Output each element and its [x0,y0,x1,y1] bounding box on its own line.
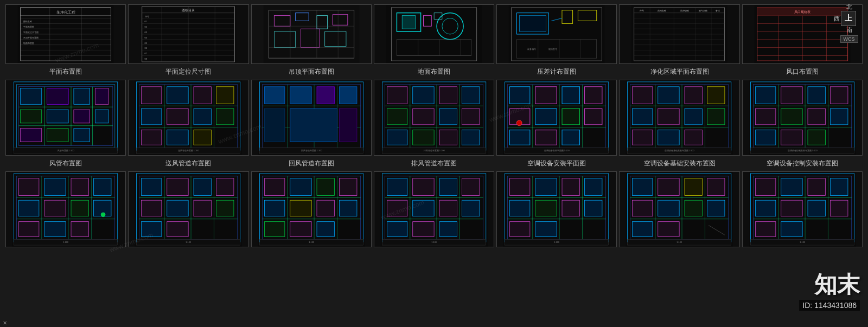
svg-text:1:100: 1:100 [800,241,806,243]
svg-text:设备编号: 设备编号 [527,48,536,50]
svg-rect-315 [317,178,335,196]
svg-rect-295 [194,178,212,196]
svg-rect-360 [535,200,557,216]
label-r1-1: 平面布置图 [5,66,126,78]
svg-rect-380 [658,200,679,216]
svg-rect-253 [830,87,848,104]
top-thumb-4[interactable] [374,4,494,64]
logo-text: 知末 [814,270,860,300]
svg-text:1:100: 1:100 [554,241,560,243]
svg-rect-297 [142,200,162,216]
svg-rect-212 [535,108,557,125]
compass-up-label: 上 [845,14,852,23]
svg-rect-153 [194,108,212,125]
svg-text:洁净级别: 洁净级别 [680,9,689,12]
svg-rect-233 [633,108,653,125]
top-thumb-6[interactable]: 序号 房间名称 洁净级别 换气次数 备注 [619,4,739,64]
label-r1-4: 地面布置图 [374,66,494,78]
svg-rect-135 [47,129,68,142]
svg-text:1:100: 1:100 [309,241,315,243]
svg-rect-293 [142,178,162,196]
label-r2-7: 空调设备控制安装布置图 [742,158,863,169]
svg-text:吊顶平面布置图: 吊顶平面布置图 [23,36,39,39]
svg-rect-216 [535,130,557,145]
top-thumb-2[interactable]: 图纸目录 序号 01 02 03 04 05 06 07 08 [128,4,248,64]
svg-rect-279 [18,222,39,237]
top-thumb-1[interactable]: 某净化工程 图纸名称 平面布置图 平面定位尺寸图 吊顶平面布置图 地 [5,4,126,64]
svg-rect-152 [167,108,188,125]
svg-text:1:100: 1:100 [186,241,192,243]
compass-west: 西 [834,15,840,23]
top-thumbnail-row: 某净化工程 图纸名称 平面布置图 平面定位尺寸图 吊顶平面布置图 地 [5,4,863,64]
logo-overlay: 知末 ID: 1143431086 [799,270,860,311]
bot-thumb-7[interactable]: 1:100 [742,171,863,247]
mid-thumb-2[interactable]: 送风管道布置图 1:100 [128,80,248,156]
svg-rect-62 [402,16,416,29]
svg-rect-344 [439,222,457,237]
svg-text:08: 08 [145,57,147,60]
mid-thumb-4[interactable]: 排风管道布置图 1:100 [374,80,494,156]
label-r1-7: 风口布置图 [742,66,863,78]
svg-text:空调设备安装平面图 1:100: 空调设备安装平面图 1:100 [544,149,570,152]
mid-thumb-5[interactable]: 空调设备安装平面图 1:100 [496,80,617,156]
svg-rect-362 [585,200,603,216]
svg-rect-383 [633,222,653,237]
svg-rect-378 [707,178,725,196]
svg-rect-277 [71,200,89,216]
svg-rect-337 [462,178,480,196]
close-button[interactable]: ✕ [3,320,7,326]
svg-rect-357 [562,178,580,196]
svg-rect-234 [658,108,679,125]
svg-rect-302 [167,222,188,237]
mid-thumb-7[interactable]: 空调设备控制安装布置图 1:100 [742,80,863,156]
svg-rect-255 [781,108,802,125]
svg-rect-355 [510,178,530,196]
svg-rect-188 [462,87,480,104]
label-r2-4: 排风管道布置图 [374,158,494,169]
mid-thumb-1[interactable]: 风管布置图 1:100 [5,80,126,156]
bot-thumb-1[interactable]: 1:100 [5,171,126,247]
svg-rect-193 [387,130,407,145]
bot-thumbnail-row: 1:100 [5,171,863,247]
svg-text:06: 06 [145,47,147,49]
svg-text:07: 07 [145,52,147,55]
top-thumb-5[interactable]: 设备编号 规格型号 [496,4,617,64]
svg-rect-358 [585,178,603,196]
svg-rect-401 [781,200,802,216]
mid-thumb-3[interactable]: 回风管道布置图 1:100 [251,80,372,156]
label-r2-2: 送风管道布置图 [128,158,248,169]
svg-rect-127 [47,88,68,105]
svg-rect-382 [707,200,725,216]
svg-text:03: 03 [145,31,147,34]
svg-rect-172 [290,108,337,142]
svg-text:序号: 序号 [145,15,149,18]
logo-id: ID: 1143431086 [799,300,860,311]
svg-rect-190 [413,108,434,125]
svg-text:排风管道布置图 1:100: 排风管道布置图 1:100 [424,149,445,152]
bot-thumb-5[interactable]: 1:100 [496,171,617,247]
bot-thumb-4[interactable]: 1:100 [374,171,494,247]
svg-rect-271 [18,178,39,196]
svg-rect-194 [413,130,434,145]
bot-thumb-3[interactable]: 1:100 [251,171,372,247]
svg-rect-294 [167,178,188,196]
svg-rect-256 [808,108,826,125]
mid-thumb-6[interactable]: 空调设备基础安装布置图 1:100 [619,80,739,156]
svg-rect-170 [317,87,335,104]
svg-rect-339 [413,200,434,216]
main-container: 某净化工程 图纸名称 平面布置图 平面定位尺寸图 吊顶平面布置图 地 [0,0,868,252]
mid-thumbnail-row: 风管布置图 1:100 [5,80,863,156]
svg-rect-131 [47,110,68,123]
compass-up-indicator: 上 [841,11,856,26]
bot-thumb-6[interactable]: 1:100 [619,171,739,247]
top-thumb-3[interactable] [251,4,372,64]
svg-rect-215 [510,130,530,145]
svg-rect-210 [585,87,603,104]
svg-rect-400 [755,200,775,216]
svg-text:02: 02 [145,25,147,28]
svg-rect-186 [413,87,434,104]
label-r2-1: 风管布置图 [5,158,126,169]
svg-rect-149 [194,87,212,104]
bot-thumb-2[interactable]: 1:100 [128,171,248,247]
svg-rect-280 [44,222,66,237]
